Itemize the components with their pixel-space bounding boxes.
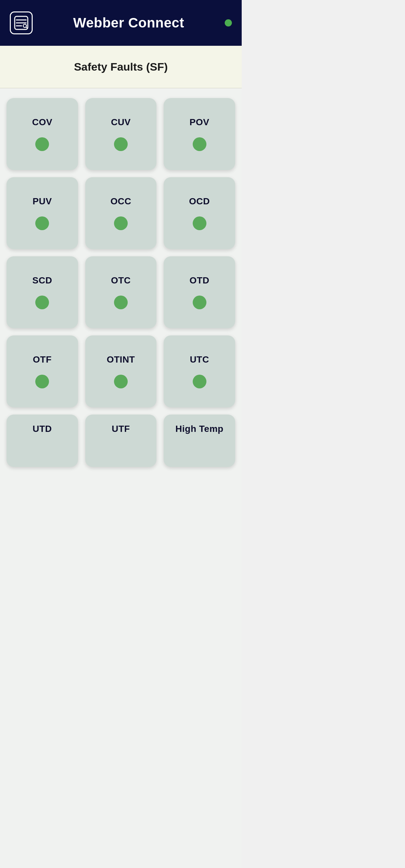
fault-card-ocd[interactable]: OCD (164, 177, 235, 249)
fault-card-cuv[interactable]: CUV (85, 98, 157, 170)
fault-status-dot-ocd (193, 216, 206, 230)
fault-status-dot-otf (35, 375, 49, 389)
fault-label-puv: PUV (33, 196, 52, 207)
fault-status-dot-otd (193, 296, 206, 309)
logo-icon (14, 16, 29, 30)
fault-status-dot-pov (193, 137, 206, 151)
app-logo (10, 11, 33, 34)
fault-status-dot-puv (35, 216, 49, 230)
fault-status-dot-utc (193, 375, 206, 389)
app-header: Webber Connect (0, 0, 242, 46)
fault-label-otint: OTINT (107, 354, 135, 365)
fault-label-occ: OCC (110, 196, 131, 207)
fault-card-puv[interactable]: PUV (6, 177, 78, 249)
fault-card-scd[interactable]: SCD (6, 256, 78, 328)
fault-label-utc: UTC (190, 354, 209, 365)
fault-status-dot-cuv (114, 137, 128, 151)
fault-card-otint[interactable]: OTINT (85, 335, 157, 407)
fault-card-pov[interactable]: POV (164, 98, 235, 170)
fault-label-otd: OTD (190, 275, 209, 286)
fault-label-cuv: CUV (111, 117, 131, 127)
fault-status-dot-cov (35, 137, 49, 151)
fault-label-utd: UTD (33, 424, 52, 434)
fault-grid: COV CUV POV PUV OCC OCD SCD (6, 98, 235, 467)
app-title: Webber Connect (33, 15, 225, 31)
fault-card-otd[interactable]: OTD (164, 256, 235, 328)
fault-card-cov[interactable]: COV (6, 98, 78, 170)
fault-label-high-temp: High Temp (175, 424, 224, 434)
fault-label-otc: OTC (111, 275, 131, 286)
fault-label-ocd: OCD (189, 196, 210, 207)
fault-card-utc[interactable]: UTC (164, 335, 235, 407)
fault-label-utf: UTF (112, 424, 130, 434)
fault-card-utf[interactable]: UTF (85, 414, 157, 467)
fault-status-dot-occ (114, 216, 128, 230)
fault-status-dot-otint (114, 375, 128, 389)
fault-card-high-temp[interactable]: High Temp (164, 414, 235, 467)
fault-status-dot-otc (114, 296, 128, 309)
fault-label-pov: POV (190, 117, 209, 127)
page-subtitle-bar: Safety Faults (SF) (0, 46, 242, 88)
fault-card-otc[interactable]: OTC (85, 256, 157, 328)
fault-card-utd[interactable]: UTD (6, 414, 78, 467)
fault-label-otf: OTF (33, 354, 52, 365)
fault-label-cov: COV (32, 117, 52, 127)
fault-card-occ[interactable]: OCC (85, 177, 157, 249)
svg-line-5 (26, 27, 27, 28)
fault-label-scd: SCD (32, 275, 52, 286)
fault-card-otf[interactable]: OTF (6, 335, 78, 407)
connection-status-dot (225, 19, 232, 27)
main-content: COV CUV POV PUV OCC OCD SCD (0, 88, 242, 868)
page-subtitle: Safety Faults (SF) (74, 60, 168, 73)
fault-status-dot-scd (35, 296, 49, 309)
